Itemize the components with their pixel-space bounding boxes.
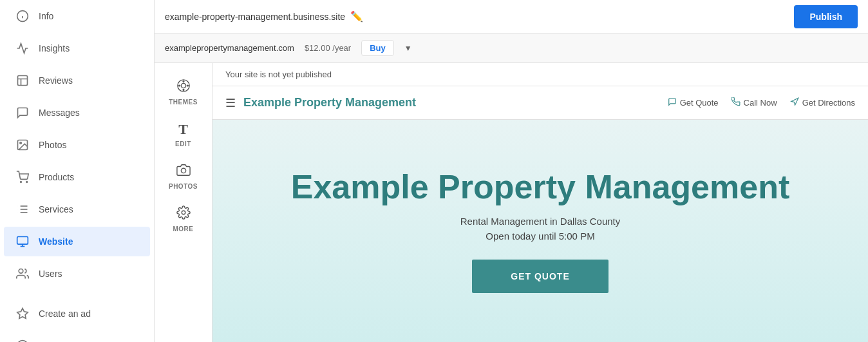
more-icon — [176, 205, 191, 223]
svg-marker-31 — [791, 98, 798, 105]
products-icon — [15, 170, 30, 184]
domain-price: $12.00 /year — [305, 43, 351, 53]
sidebar-item-create-ad[interactable]: Create an ad — [4, 299, 150, 328]
svg-point-25 — [183, 81, 184, 82]
call-now-nav-icon — [731, 97, 741, 108]
domain-name: examplepropertymanagement.com — [165, 43, 294, 53]
hamburger-icon[interactable]: ☰ — [225, 96, 236, 110]
edit-icon: T — [178, 121, 188, 138]
tool-photos-label: PHOTOS — [169, 183, 198, 190]
domain-dropdown-arrow[interactable]: ▼ — [404, 44, 412, 53]
not-published-text: Your site is not yet published — [225, 70, 332, 79]
website-icon — [15, 234, 30, 249]
sidebar-item-products-label: Products — [39, 172, 74, 182]
themes-label: THEMES — [169, 99, 198, 106]
url-section: example-property-management.business.sit… — [165, 10, 363, 23]
sidebar-item-insights[interactable]: Insights — [4, 33, 150, 63]
reviews-icon — [15, 73, 30, 88]
create-ad-icon — [15, 307, 30, 321]
preview-nav-actions: Get Quote Call Now Get Dir — [668, 97, 855, 108]
sidebar-item-reviews-label: Reviews — [39, 75, 73, 86]
sidebar-item-users[interactable]: Users — [4, 259, 150, 289]
sidebar-item-services-label: Services — [39, 204, 73, 214]
hero-hours: Open today until 5:00 PM — [486, 231, 594, 242]
sidebar-item-info[interactable]: Info — [4, 1, 150, 31]
sidebar-item-insights-label: Insights — [39, 43, 70, 53]
hero-subtitle: Rental Management in Dallas County — [460, 216, 620, 227]
content-area: THEMES T EDIT PHOTOS MORE — [155, 63, 868, 342]
sidebar-item-add-new-business[interactable]: Add new business — [4, 331, 150, 342]
get-directions-nav-icon — [790, 97, 799, 108]
not-published-banner: Your site is not yet published — [212, 63, 868, 86]
main-area: example-property-management.business.sit… — [155, 0, 868, 342]
nav-action-get-quote[interactable]: Get Quote — [668, 97, 719, 108]
preview-nav-left: ☰ Example Property Management — [225, 96, 416, 110]
sidebar-item-services[interactable]: Services — [4, 195, 150, 224]
svg-point-24 — [181, 83, 185, 88]
tool-more[interactable]: MORE — [158, 200, 209, 238]
sidebar-item-products[interactable]: Products — [4, 162, 150, 192]
svg-point-17 — [19, 269, 23, 274]
tool-photos[interactable]: PHOTOS — [158, 158, 209, 195]
more-label: MORE — [173, 225, 194, 233]
svg-point-7 — [26, 182, 28, 183]
sidebar-item-website-label: Website — [39, 236, 73, 247]
sidebar-item-info-label: Info — [39, 11, 53, 21]
add-business-icon — [15, 339, 30, 342]
svg-point-5 — [20, 142, 21, 144]
sidebar-item-photos[interactable]: Photos — [4, 130, 150, 160]
sidebar: Info Insights Reviews Messages Photos Pr… — [0, 0, 155, 342]
sidebar-item-messages-label: Messages — [39, 108, 80, 118]
svg-point-29 — [181, 168, 185, 173]
website-preview: ☰ Example Property Management Get Quote — [212, 86, 868, 342]
hero-cta-button[interactable]: GET QUOTE — [472, 260, 608, 293]
nav-get-directions-label: Get Directions — [802, 98, 855, 108]
svg-point-30 — [182, 211, 185, 214]
tool-panel: THEMES T EDIT PHOTOS MORE — [155, 63, 212, 342]
tool-edit[interactable]: T EDIT — [158, 116, 209, 153]
top-bar: example-property-management.business.sit… — [155, 0, 868, 33]
svg-rect-14 — [17, 237, 28, 245]
sidebar-item-users-label: Users — [39, 269, 62, 279]
site-url: example-property-management.business.sit… — [165, 12, 345, 22]
tool-themes[interactable]: THEMES — [158, 73, 209, 111]
sidebar-item-website[interactable]: Website — [4, 227, 150, 256]
preview-nav: ☰ Example Property Management Get Quote — [212, 86, 868, 120]
tool-photos-icon — [176, 163, 191, 180]
sidebar-create-ad-label: Create an ad — [39, 309, 91, 319]
publish-button[interactable]: Publish — [794, 5, 858, 28]
preview-site-name: Example Property Management — [243, 96, 416, 109]
sidebar-item-photos-label: Photos — [39, 140, 67, 150]
edit-url-icon[interactable]: ✏️ — [350, 10, 363, 23]
preview-hero: Example Property Management Rental Manag… — [212, 120, 868, 342]
themes-icon — [176, 79, 191, 96]
edit-label: EDIT — [175, 140, 191, 147]
svg-rect-3 — [18, 76, 28, 86]
services-icon — [15, 202, 30, 216]
nav-action-call-now[interactable]: Call Now — [731, 97, 777, 108]
hero-title: Example Property Management — [291, 169, 789, 205]
insights-icon — [15, 41, 30, 55]
nav-action-get-directions[interactable]: Get Directions — [790, 97, 855, 108]
photos-icon — [15, 138, 30, 152]
preview-area: Your site is not yet published ☰ Example… — [212, 63, 868, 342]
sidebar-item-reviews[interactable]: Reviews — [4, 66, 150, 95]
nav-get-quote-label: Get Quote — [680, 98, 719, 108]
buy-domain-button[interactable]: Buy — [361, 40, 394, 56]
svg-point-6 — [21, 182, 22, 183]
info-icon — [15, 9, 30, 23]
users-icon — [15, 267, 30, 281]
svg-point-28 — [187, 85, 188, 86]
svg-point-26 — [183, 90, 184, 91]
nav-call-now-label: Call Now — [744, 98, 777, 108]
messages-icon — [15, 106, 30, 120]
svg-marker-18 — [17, 309, 28, 319]
sidebar-item-messages[interactable]: Messages — [4, 98, 150, 128]
get-quote-nav-icon — [668, 97, 677, 108]
svg-point-27 — [178, 85, 180, 86]
domain-bar: examplepropertymanagement.com $12.00 /ye… — [155, 33, 868, 63]
